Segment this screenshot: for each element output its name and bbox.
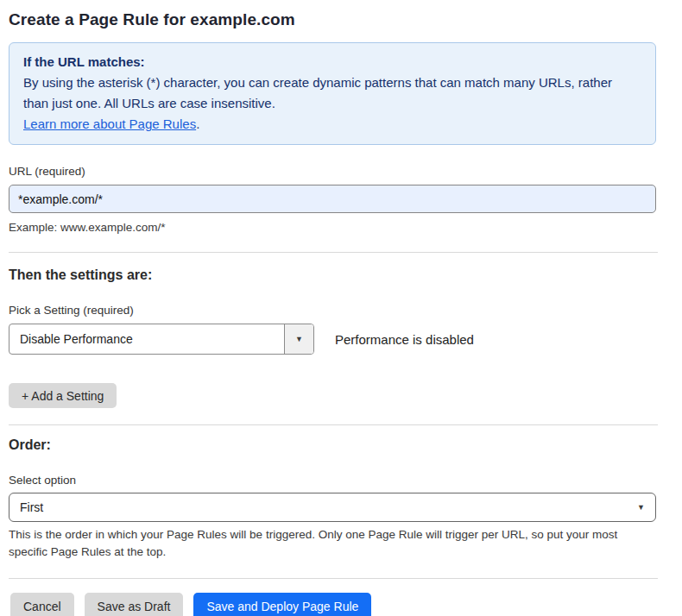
setting-picker-arrow-button[interactable]: ▼ bbox=[284, 324, 313, 354]
settings-section-heading: Then the settings are: bbox=[9, 267, 656, 283]
cancel-button[interactable]: Cancel bbox=[10, 593, 74, 616]
actions-row: Cancel Save as Draft Save and Deploy Pag… bbox=[9, 593, 656, 616]
order-select-value: First bbox=[20, 500, 637, 514]
order-section-heading: Order: bbox=[9, 437, 656, 453]
link-suffix: . bbox=[196, 116, 199, 131]
info-box-heading: If the URL matches: bbox=[23, 52, 641, 72]
divider bbox=[9, 424, 658, 425]
info-box-body: By using the asterisk (*) character, you… bbox=[23, 72, 628, 114]
chevron-down-icon: ▼ bbox=[637, 504, 645, 512]
create-page-rule-panel: Create a Page Rule for example.com If th… bbox=[0, 0, 665, 616]
url-example-text: Example: www.example.com/* bbox=[9, 219, 656, 236]
save-deploy-button[interactable]: Save and Deploy Page Rule bbox=[193, 593, 371, 616]
order-help-text: This is the order in which your Page Rul… bbox=[9, 526, 649, 561]
order-select-label: Select option bbox=[9, 474, 656, 487]
setting-picker[interactable]: Disable Performance ▼ bbox=[9, 324, 314, 355]
setting-status-text: Performance is disabled bbox=[335, 332, 474, 347]
url-label: URL (required) bbox=[9, 165, 656, 178]
divider bbox=[9, 252, 658, 253]
setting-picker-label: Pick a Setting (required) bbox=[9, 304, 656, 317]
learn-more-link[interactable]: Learn more about Page Rules bbox=[23, 116, 196, 131]
chevron-down-icon: ▼ bbox=[295, 336, 303, 343]
add-setting-button[interactable]: + Add a Setting bbox=[9, 383, 117, 408]
url-input[interactable] bbox=[9, 185, 656, 213]
divider bbox=[9, 578, 658, 579]
url-match-info-box: If the URL matches: By using the asteris… bbox=[9, 42, 656, 145]
page-title: Create a Page Rule for example.com bbox=[9, 10, 656, 29]
order-select[interactable]: First ▼ bbox=[9, 493, 656, 522]
save-draft-button[interactable]: Save as Draft bbox=[85, 593, 184, 616]
setting-picker-value: Disable Performance bbox=[9, 324, 284, 354]
